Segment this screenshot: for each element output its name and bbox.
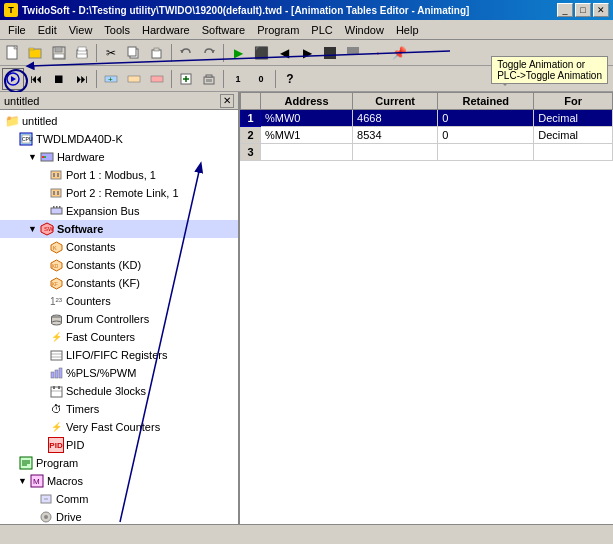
tree-item-port2[interactable]: Port 2 : Remote Link, 1	[0, 184, 238, 202]
tree-item-vfast[interactable]: ⚡ Very Fast Counters	[0, 418, 238, 436]
table-row[interactable]: 2 %MW1 8534 0 Decimal	[241, 127, 613, 144]
menu-view[interactable]: View	[63, 22, 99, 38]
tree-item-counters[interactable]: 1²³ Counters	[0, 292, 238, 310]
vfast-icon: ⚡	[48, 419, 64, 435]
status-bar	[0, 524, 613, 544]
btn-arrow[interactable]: →	[365, 42, 387, 64]
menu-edit[interactable]: Edit	[32, 22, 63, 38]
anim-btn2[interactable]	[123, 68, 145, 90]
menu-hardware[interactable]: Hardware	[136, 22, 196, 38]
anim-help[interactable]: ?	[279, 68, 301, 90]
tree-item-pls[interactable]: %PLS/%PWM	[0, 364, 238, 382]
tree-item-untitled[interactable]: 📁 untitled	[0, 112, 238, 130]
col-address: Address	[261, 93, 353, 110]
run-button[interactable]: ▶	[227, 42, 249, 64]
anim-tbl0[interactable]: 0	[250, 68, 272, 90]
anim-next-button[interactable]: ⏭	[71, 68, 93, 90]
tree-item-macros[interactable]: ▼ M Macros	[0, 472, 238, 490]
tree-item-comm[interactable]: Comm	[0, 490, 238, 508]
open-button[interactable]	[25, 42, 47, 64]
svg-point-37	[44, 156, 46, 158]
tree-item-lifo[interactable]: LIFO/FIFC Registers	[0, 346, 238, 364]
tree-item-drum[interactable]: Drum Controllers	[0, 310, 238, 328]
anim-sep-3	[223, 70, 224, 88]
tree-item-program[interactable]: Program	[0, 454, 238, 472]
svg-rect-42	[53, 191, 55, 195]
cut-button[interactable]: ✂	[100, 42, 122, 64]
menu-window[interactable]: Window	[339, 22, 390, 38]
menu-help[interactable]: Help	[390, 22, 425, 38]
menu-tools[interactable]: Tools	[98, 22, 136, 38]
anim-btn3[interactable]	[146, 68, 168, 90]
anim-add-row[interactable]: +	[100, 68, 122, 90]
tree-item-expbus[interactable]: Expansion Bus	[0, 202, 238, 220]
copy-button[interactable]	[123, 42, 145, 64]
toggle-animation-button[interactable]	[2, 68, 24, 90]
tree-close-button[interactable]: ✕	[220, 94, 234, 108]
menu-program[interactable]: Program	[251, 22, 305, 38]
tree-item-port1[interactable]: Port 1 : Modbus, 1	[0, 166, 238, 184]
table-panel: Address Current Retained For 1 %MW0 4668…	[240, 92, 613, 524]
redo-button[interactable]	[198, 42, 220, 64]
expand-icon-software[interactable]: ▼	[28, 224, 37, 234]
svg-rect-47	[59, 206, 61, 208]
drum-icon	[48, 311, 64, 327]
window-title: TwidoSoft - D:\Testing utility\TWIDO\192…	[22, 5, 469, 16]
menu-software[interactable]: Software	[196, 22, 251, 38]
drive-icon	[38, 509, 54, 524]
cell-address-3[interactable]	[261, 144, 353, 161]
cell-format-2: Decimal	[534, 127, 613, 144]
undo-button[interactable]	[175, 42, 197, 64]
tree-item-constants[interactable]: K Constants	[0, 238, 238, 256]
expand-icon-macros[interactable]: ▼	[18, 476, 27, 486]
svg-marker-14	[180, 50, 184, 53]
anim-prev-button[interactable]: ⏮	[25, 68, 47, 90]
tree-item-software[interactable]: ▼ SW Software	[0, 220, 238, 238]
tree-item-hardware[interactable]: ▼ Hardware	[0, 148, 238, 166]
save-button[interactable]	[48, 42, 70, 64]
print-button[interactable]	[71, 42, 93, 64]
tree-item-constants-kf[interactable]: KF Constants (KF)	[0, 274, 238, 292]
cell-current-2: 8534	[353, 127, 438, 144]
paste-button[interactable]	[146, 42, 168, 64]
new-button[interactable]	[2, 42, 24, 64]
table-row[interactable]: 3	[241, 144, 613, 161]
menu-plc[interactable]: PLC	[305, 22, 338, 38]
menu-file[interactable]: File	[2, 22, 32, 38]
svg-rect-46	[56, 206, 58, 208]
toolbar-sep-3	[223, 44, 224, 62]
maximize-button[interactable]: □	[575, 3, 591, 17]
table-row[interactable]: 1 %MW0 4668 0 Decimal	[241, 110, 613, 127]
anim-insert[interactable]	[175, 68, 197, 90]
minimize-button[interactable]: _	[557, 3, 573, 17]
svg-rect-2	[29, 49, 41, 58]
svg-marker-15	[211, 50, 215, 53]
tree-item-timers[interactable]: ⏱ Timers	[0, 400, 238, 418]
prev-button[interactable]: ◀	[273, 42, 295, 64]
anim-stop-button[interactable]: ⏹	[48, 68, 70, 90]
tree-item-twdo[interactable]: CPU TWDLMDA40D-K	[0, 130, 238, 148]
next-button[interactable]: ▶	[296, 42, 318, 64]
tree-item-drive[interactable]: Drive	[0, 508, 238, 524]
cpu-icon: CPU	[18, 131, 34, 147]
cell-address-2[interactable]: %MW1	[261, 127, 353, 144]
stop-button[interactable]: ⬛	[250, 42, 272, 64]
cell-address-1[interactable]: %MW0	[261, 110, 353, 127]
tree-item-pid[interactable]: PID PID	[0, 436, 238, 454]
tree-item-schedule[interactable]: Schedule 3locks	[0, 382, 238, 400]
btn-dark[interactable]	[319, 42, 341, 64]
tree-item-fast[interactable]: ⚡ Fast Counters	[0, 328, 238, 346]
close-button[interactable]: ✕	[593, 3, 609, 17]
anim-tbl1[interactable]: 1	[227, 68, 249, 90]
constants-kd-icon: KD	[48, 257, 64, 273]
anim-delete[interactable]	[198, 68, 220, 90]
btn-zoom[interactable]	[342, 42, 364, 64]
tree-header: untitled ✕	[0, 92, 238, 110]
svg-text:KD: KD	[52, 264, 59, 269]
svg-rect-21	[128, 76, 140, 82]
svg-rect-63	[55, 370, 58, 378]
btn-pin[interactable]: 📌	[388, 42, 410, 64]
expand-icon-hardware[interactable]: ▼	[28, 152, 37, 162]
tree-item-constants-kd[interactable]: KD Constants (KD)	[0, 256, 238, 274]
row-num-3: 3	[241, 144, 261, 161]
